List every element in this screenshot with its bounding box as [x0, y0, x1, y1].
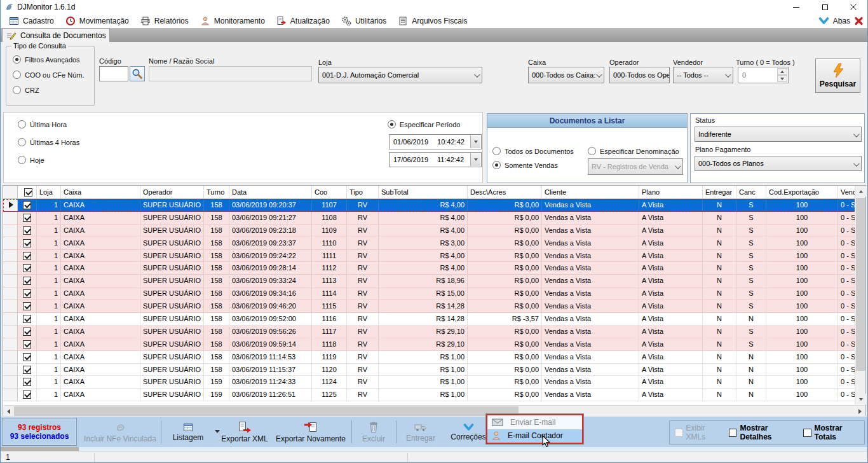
column-header[interactable]: Cod.Exportação	[766, 186, 838, 198]
row-checkbox[interactable]	[23, 328, 31, 336]
table-row[interactable]: 1CAIXASUPER USUÁRIO (ALT15803/06/2019 09…	[3, 326, 855, 338]
column-header[interactable]: Turno	[204, 186, 229, 198]
column-header[interactable]: Desc\Acres	[468, 186, 542, 198]
radio-coo-ou-cfe-n-m-[interactable]: COO ou CFe Núm.	[13, 71, 85, 79]
date-to-dropdown[interactable]	[470, 153, 480, 166]
table-row[interactable]: 1CAIXASUPER USUÁRIO (ALT15803/06/2019 09…	[3, 313, 855, 326]
table-row[interactable]: 1CAIXASUPER USUÁRIO (ALT15803/06/2019 09…	[3, 237, 855, 250]
row-checkbox[interactable]	[23, 252, 31, 260]
abas-close-icon[interactable]	[854, 17, 864, 25]
select-all-checkbox[interactable]	[24, 188, 32, 197]
scroll-up-arrow[interactable]	[855, 186, 866, 197]
vertical-scroll-thumb[interactable]	[856, 198, 865, 371]
column-header[interactable]: SubTotal	[379, 186, 468, 198]
column-header[interactable]: Coo	[312, 186, 347, 198]
column-header[interactable]: Operador	[140, 186, 204, 198]
abas-label[interactable]: Abas	[833, 17, 850, 25]
table-row[interactable]: 1CAIXASUPER USUÁRIO (ALT15903/06/2019 11…	[3, 376, 855, 389]
column-header[interactable]: Canc	[736, 186, 766, 198]
menu-item-arquivos-fiscais[interactable]: Arquivos Fiscais	[392, 14, 473, 28]
radio-filtros-avan-ados[interactable]: Filtros Avançados	[13, 55, 85, 64]
listagem-button[interactable]: Listagem	[163, 418, 213, 445]
column-header[interactable]: Data	[229, 186, 312, 198]
column-header[interactable]: Caixa	[61, 186, 140, 198]
menu-item-utilit-rios[interactable]: Utilitários	[336, 14, 392, 28]
row-checkbox[interactable]	[23, 214, 31, 222]
pesquisar-button[interactable]: Pesquisar	[815, 59, 860, 93]
table-row[interactable]: 1CAIXASUPER USUÁRIO (ALT15803/06/2019 09…	[3, 338, 855, 351]
tab-consulta-de-documentos[interactable]: Consulta de Documentos	[2, 28, 110, 42]
row-checkbox[interactable]	[23, 264, 31, 272]
scroll-right-arrow[interactable]	[855, 406, 865, 417]
scroll-down-arrow[interactable]	[855, 394, 866, 404]
radio-hoje[interactable]: Hoje	[18, 156, 79, 164]
menu-item-cadastro[interactable]: Cadastro	[3, 14, 60, 28]
status-select[interactable]: Indiferente	[695, 127, 862, 142]
close-button[interactable]	[839, 0, 867, 14]
column-header[interactable]: Loja	[37, 186, 61, 198]
row-checkbox[interactable]	[23, 378, 31, 386]
menu-item-movimenta-o[interactable]: Movimentação	[60, 14, 135, 28]
menu-item-atualiza-o[interactable]: Atualização	[271, 14, 336, 28]
table-row[interactable]: 1CAIXASUPER USUÁRIO (ALT15903/06/2019 11…	[3, 389, 855, 401]
plano-pagamento-select[interactable]: 000-Todos os Planos	[695, 156, 862, 171]
radio-somente-vendas[interactable]: Somente Vendas	[492, 161, 558, 169]
abas-chevron-down-icon[interactable]	[818, 17, 829, 25]
column-header[interactable]: Entregar	[703, 186, 736, 198]
row-checkbox[interactable]	[23, 239, 31, 247]
turno-stepper[interactable]: 0	[738, 67, 789, 83]
radio--ltimas-4-horas[interactable]: Últimas 4 Horas	[18, 138, 79, 146]
table-row[interactable]: 1CAIXASUPER USUÁRIO (ALT15803/06/2019 09…	[3, 199, 855, 212]
turno-up-button[interactable]	[777, 68, 787, 75]
radio--ltima-hora[interactable]: Última Hora	[18, 120, 79, 128]
exportar-novamente-button[interactable]: Exportar Novamente	[271, 418, 350, 445]
checkbox-mostrar-totais[interactable]: Mostrar Totais	[803, 424, 864, 441]
column-header[interactable]: Tipo	[347, 186, 379, 198]
row-checkbox[interactable]	[23, 277, 31, 285]
row-checkbox[interactable]	[23, 226, 31, 235]
row-checkbox[interactable]	[23, 353, 31, 361]
row-checkbox[interactable]	[23, 201, 31, 209]
maximize-button[interactable]	[810, 0, 839, 14]
column-header[interactable]: Cliente	[542, 186, 639, 198]
excluir-button[interactable]: Excluir	[354, 418, 393, 445]
horizontal-scroll-thumb[interactable]	[14, 406, 519, 416]
incluir-nfe-button[interactable]: Incluir NFe Vinculada	[81, 418, 159, 445]
operador-select[interactable]: 000-Todos os Operado	[609, 67, 670, 83]
date-from-field[interactable]: 01/06/2019 10:42:42	[389, 134, 482, 149]
row-checkbox[interactable]	[23, 315, 31, 323]
minimize-button[interactable]	[782, 0, 810, 14]
listagem-dropdown-caret[interactable]	[215, 430, 220, 433]
table-row[interactable]: 1CAIXASUPER USUÁRIO (ALT15803/06/2019 09…	[3, 287, 855, 300]
checkbox-mostrar-detalhes[interactable]: Mostrar Detalhes	[729, 424, 799, 441]
row-checkbox[interactable]	[23, 340, 31, 349]
date-from-dropdown[interactable]	[470, 135, 480, 148]
radio-crz[interactable]: CRZ	[13, 86, 85, 94]
menu-item-enviar-e-mail[interactable]: Enviar E-mail	[487, 415, 582, 429]
table-row[interactable]: 1CAIXASUPER USUÁRIO (ALT15803/06/2019 11…	[3, 364, 855, 377]
row-checkbox[interactable]	[23, 302, 31, 310]
correcoes-button[interactable]: Correções	[445, 418, 491, 445]
menu-item-monitoramento[interactable]: Monitoramento	[194, 14, 271, 28]
caixa-select[interactable]: 000-Todos os Caixa:	[528, 67, 604, 83]
loja-select[interactable]: 001-D.J. Automação Comercial	[318, 67, 482, 83]
column-header[interactable]: Plano	[639, 186, 703, 198]
vertical-scrollbar[interactable]	[855, 186, 865, 404]
vendedor-select[interactable]: -- Todos --	[673, 67, 733, 83]
search-button[interactable]	[130, 66, 145, 81]
table-row[interactable]: 1CAIXASUPER USUÁRIO (ALT15803/06/2019 09…	[3, 262, 855, 275]
row-checkbox[interactable]	[23, 289, 31, 298]
table-row[interactable]: 1CAIXASUPER USUÁRIO (ALT15803/06/2019 11…	[3, 351, 855, 364]
entregar-button[interactable]: Entregar	[398, 418, 443, 445]
scroll-left-arrow[interactable]	[3, 406, 14, 417]
table-row[interactable]: 1CAIXASUPER USUÁRIO (ALT15803/06/2019 09…	[3, 250, 855, 263]
table-row[interactable]: 1CAIXASUPER USUÁRIO (ALT15803/06/2019 09…	[3, 275, 855, 287]
row-checkbox[interactable]	[23, 390, 31, 399]
table-row[interactable]: 1CAIXASUPER USUÁRIO (ALT15803/06/2019 09…	[3, 225, 855, 237]
turno-down-button[interactable]	[777, 75, 787, 82]
menu-item-e-mail-contador[interactable]: E-mail Contador	[487, 429, 582, 443]
date-to-field[interactable]: 17/06/2019 11:42:42	[389, 152, 482, 167]
menu-item-relat-rios[interactable]: Relatórios	[135, 14, 194, 28]
table-row[interactable]: 1CAIXASUPER USUÁRIO (ALT15803/06/2019 09…	[3, 212, 855, 225]
codigo-input[interactable]	[99, 66, 128, 81]
